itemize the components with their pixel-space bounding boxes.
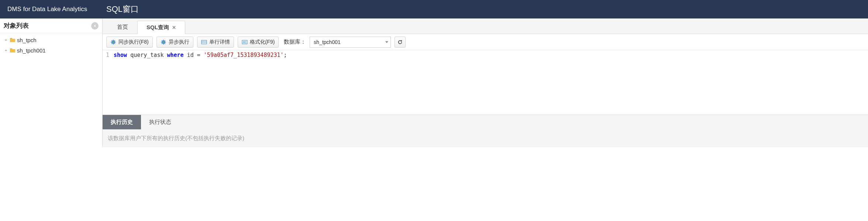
expander-icon[interactable]: + [4, 48, 8, 52]
sql-text: ; [284, 52, 287, 58]
toolbar: 同步执行(F8) 异步执行 单行详情 格式化(F9) 数据库： sh_tpch0… [103, 34, 868, 50]
page-title: SQL窗口 [103, 4, 142, 15]
expander-icon[interactable]: + [4, 38, 8, 42]
tree-item-sh-tpch001[interactable]: + sh_tpch001 [0, 45, 102, 55]
chevron-left-icon [93, 24, 97, 28]
info-bar: 该数据库用户下所有的执行历史(不包括执行失败的记录) [103, 129, 868, 147]
refresh-icon [397, 40, 403, 45]
sidebar: 对象列表 + sh_tpch + sh_tpch001 [0, 18, 103, 147]
tab-label: SQL查询 [147, 24, 169, 31]
database-select[interactable]: sh_tpch001 [310, 37, 391, 48]
tree-item-label: sh_tpch001 [17, 47, 46, 54]
tab-exec-history[interactable]: 执行历史 [103, 115, 141, 129]
folder-icon [10, 37, 16, 42]
sidebar-header: 对象列表 [0, 18, 102, 33]
gear-run-icon [161, 39, 166, 45]
button-label: 同步执行(F8) [118, 39, 149, 45]
button-label: 异步执行 [169, 39, 189, 45]
database-label: 数据库： [284, 38, 306, 45]
tree-item-sh-tpch[interactable]: + sh_tpch [0, 35, 102, 45]
close-icon[interactable]: ✕ [172, 25, 176, 30]
database-selected-value: sh_tpch001 [314, 39, 340, 45]
info-text: 该数据库用户下所有的执行历史(不包括执行失败的记录) [108, 135, 244, 142]
refresh-button[interactable] [395, 37, 406, 48]
tab-label: 执行状态 [149, 119, 171, 126]
sql-text: query_task [127, 52, 167, 58]
brand-label: DMS for Data Lake Analytics [0, 6, 103, 13]
row-detail-icon [201, 39, 207, 45]
tree-item-label: sh_tpch [17, 37, 37, 43]
sql-text: id = [184, 52, 204, 58]
chevron-down-icon [385, 41, 388, 43]
app-header: DMS for Data Lake Analytics SQL窗口 [0, 0, 868, 18]
sidebar-collapse-button[interactable] [91, 22, 99, 30]
gear-run-icon [110, 39, 116, 45]
row-detail-button[interactable]: 单行详情 [197, 37, 234, 48]
tab-label: 执行历史 [111, 119, 133, 126]
sql-keyword: show [114, 52, 127, 58]
sidebar-title: 对象列表 [4, 21, 29, 30]
result-tabs: 执行历史 执行状态 [103, 115, 868, 129]
sql-editor[interactable]: 1 show query_task where id = '59a05af7_1… [103, 50, 868, 115]
object-tree: + sh_tpch + sh_tpch001 [0, 33, 102, 57]
code-area[interactable]: show query_task where id = '59a05af7_153… [111, 50, 868, 115]
main-panel: 首页 SQL查询 ✕ 同步执行(F8) 异步执行 单行详情 格式化(F [103, 18, 868, 147]
sync-exec-button[interactable]: 同步执行(F8) [106, 37, 153, 48]
tab-label: 首页 [117, 24, 128, 31]
folder-icon [10, 48, 16, 53]
button-label: 单行详情 [209, 39, 230, 45]
tab-exec-status[interactable]: 执行状态 [141, 115, 179, 129]
format-icon [242, 39, 248, 45]
async-exec-button[interactable]: 异步执行 [156, 37, 193, 48]
tabs-row: 首页 SQL查询 ✕ [103, 18, 868, 34]
tab-home[interactable]: 首页 [108, 20, 137, 34]
line-gutter: 1 [103, 50, 111, 115]
line-number: 1 [103, 52, 109, 58]
sql-string: '59a05af7_1531893489231' [204, 52, 284, 58]
format-button[interactable]: 格式化(F9) [238, 37, 279, 48]
sql-keyword: where [167, 52, 184, 58]
button-label: 格式化(F9) [250, 39, 275, 45]
svg-rect-2 [202, 40, 207, 44]
tab-sql-query[interactable]: SQL查询 ✕ [137, 21, 185, 34]
